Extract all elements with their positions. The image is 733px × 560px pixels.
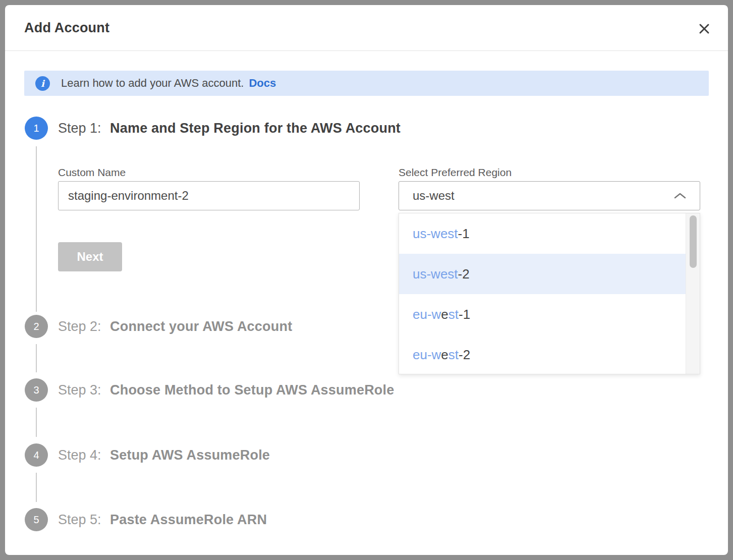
step-3-number: 3 — [33, 384, 39, 396]
custom-name-input[interactable] — [58, 181, 360, 210]
step-2-indicator: 2 — [25, 315, 48, 338]
banner-text: Learn how to add your AWS account. — [61, 77, 244, 90]
step-4-indicator: 4 — [25, 443, 48, 467]
step-4-prefix: Step 4: — [58, 447, 101, 463]
header-divider — [5, 50, 728, 51]
step-4-number: 4 — [33, 450, 39, 461]
info-icon: i — [35, 76, 50, 91]
step-1-heading: Step 1: Name and Step Region for the AWS… — [58, 121, 401, 136]
step-1-title: Name and Step Region for the AWS Account — [110, 121, 401, 136]
step-row-2: 2 Step 2: Connect your AWS Account — [25, 315, 292, 338]
option-text-match: us-west — [413, 226, 458, 242]
step-5-title: Paste AssumeRole ARN — [110, 512, 267, 527]
region-dropdown-panel: us-west-1 us-west-2 eu-west-1 eu-west-2 — [399, 213, 700, 374]
chevron-up-icon — [673, 192, 687, 200]
option-text-rest: -2 — [459, 347, 470, 363]
option-eu-west-2[interactable]: eu-west-2 — [399, 334, 686, 375]
dropdown-scrollbar-track[interactable] — [686, 213, 700, 374]
close-icon[interactable] — [697, 21, 712, 36]
dropdown-scrollbar-thumb[interactable] — [690, 215, 697, 268]
step-5-indicator: 5 — [25, 508, 48, 531]
step-4-connector-line — [36, 473, 37, 502]
option-text-match: eu-w — [413, 347, 441, 363]
option-text-match: st — [448, 307, 459, 322]
step-3-connector-line — [36, 408, 37, 437]
step-row-5: 5 Step 5: Paste AssumeRole ARN — [25, 508, 267, 531]
option-us-west-2[interactable]: us-west-2 — [399, 254, 686, 294]
info-banner: i Learn how to add your AWS account. Doc… — [24, 71, 709, 96]
option-text-rest: e — [441, 307, 448, 322]
step-4-title: Setup AWS AssumeRole — [110, 447, 270, 463]
step-4-heading: Step 4: Setup AWS AssumeRole — [58, 447, 270, 463]
option-text-match: eu-w — [413, 307, 441, 322]
option-text-rest: -1 — [459, 307, 470, 322]
option-text-rest: e — [441, 347, 448, 363]
option-text-rest: -2 — [458, 266, 470, 282]
option-eu-west-1[interactable]: eu-west-1 — [399, 294, 686, 334]
page-title: Add Account — [24, 20, 109, 36]
region-label: Select Preferred Region — [399, 166, 512, 179]
step-1-number: 1 — [33, 123, 39, 134]
step-2-connector-line — [36, 344, 37, 372]
step-1-indicator: 1 — [25, 117, 48, 140]
option-text-match: st — [448, 347, 459, 363]
step-2-title: Connect your AWS Account — [110, 319, 292, 334]
step-row-3: 3 Step 3: Choose Method to Setup AWS Ass… — [25, 378, 394, 402]
region-select-value: us-west — [413, 189, 455, 203]
next-button[interactable]: Next — [58, 242, 122, 271]
step-3-heading: Step 3: Choose Method to Setup AWS Assum… — [58, 382, 394, 398]
step-2-number: 2 — [33, 321, 39, 332]
option-us-west-1[interactable]: us-west-1 — [399, 213, 686, 254]
step-row-4: 4 Step 4: Setup AWS AssumeRole — [25, 443, 270, 467]
step-3-prefix: Step 3: — [58, 382, 101, 398]
step-3-indicator: 3 — [25, 378, 48, 402]
close-x-glyph — [698, 23, 710, 35]
option-text-match: us-west — [413, 266, 458, 282]
step-1-connector-line — [36, 146, 37, 312]
step-3-title: Choose Method to Setup AWS AssumeRole — [110, 382, 394, 398]
option-text-rest: -1 — [458, 226, 470, 242]
custom-name-label: Custom Name — [58, 166, 126, 179]
step-2-heading: Step 2: Connect your AWS Account — [58, 319, 292, 334]
step-2-prefix: Step 2: — [58, 319, 101, 334]
step-5-prefix: Step 5: — [58, 512, 101, 527]
step-5-number: 5 — [33, 514, 39, 526]
docs-link[interactable]: Docs — [249, 77, 276, 90]
step-5-heading: Step 5: Paste AssumeRole ARN — [58, 512, 267, 528]
step-row-1: 1 Step 1: Name and Step Region for the A… — [25, 117, 401, 140]
region-options-list: us-west-1 us-west-2 eu-west-1 eu-west-2 — [399, 213, 686, 374]
add-account-modal: Add Account i Learn how to add your AWS … — [5, 5, 728, 555]
step-1-prefix: Step 1: — [58, 121, 101, 136]
region-select[interactable]: us-west — [399, 181, 700, 210]
